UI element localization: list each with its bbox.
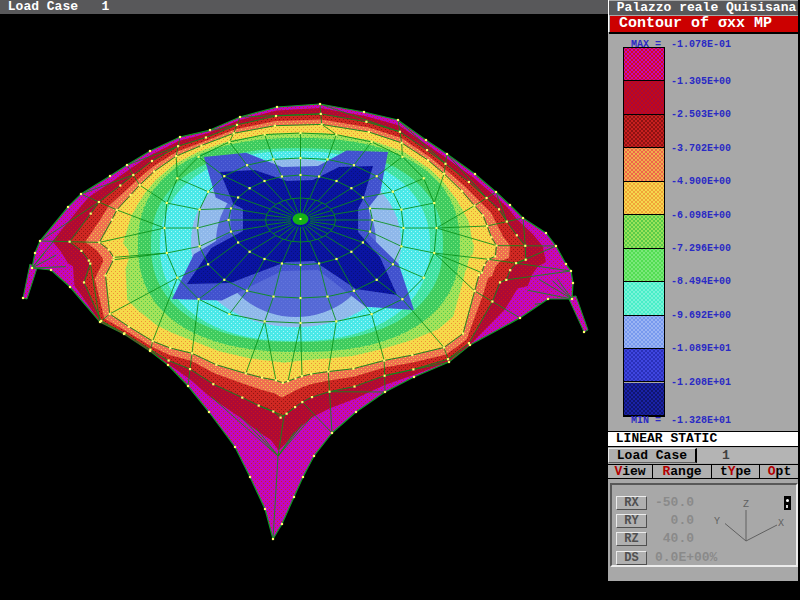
- svg-text:X: X: [778, 518, 784, 529]
- svg-text:Z: Z: [743, 499, 749, 510]
- svg-text:Y: Y: [714, 516, 720, 527]
